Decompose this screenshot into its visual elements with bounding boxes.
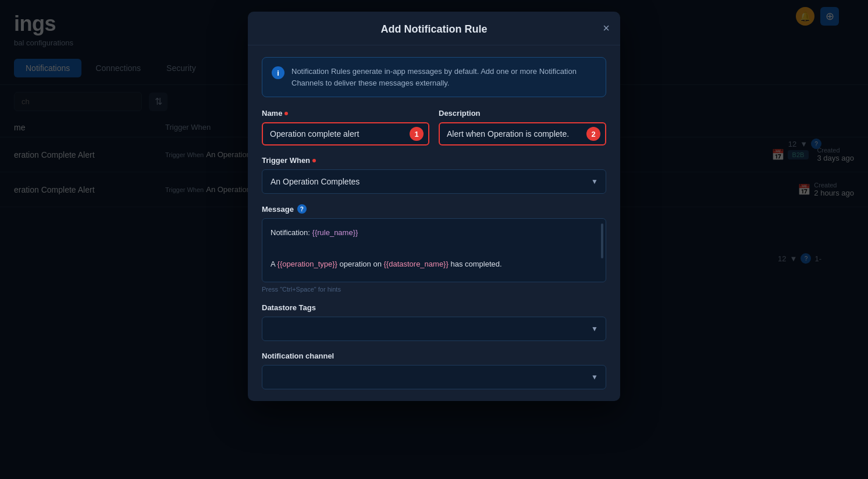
modal-title: Add Notification Rule <box>262 23 606 36</box>
step-2-badge: 2 <box>586 127 600 141</box>
message-group: Message ? Notification: {{rule_name}} A … <box>262 204 606 293</box>
msg-var-rule-name: {{rule_name}} <box>312 228 358 237</box>
message-line-1: Notification: {{rule_name}} <box>271 227 597 239</box>
modal-header: Add Notification Rule × <box>248 12 620 45</box>
trigger-select[interactable]: An Operation Completes An Operation Fail… <box>262 169 606 194</box>
message-hint: Press "Ctrl+Space" for hints <box>262 286 606 293</box>
datastore-tags-select-wrapper: ▼ <box>262 317 606 341</box>
message-line-2 <box>271 243 597 255</box>
message-textarea-wrapper: Notification: {{rule_name}} A {{operatio… <box>262 218 606 282</box>
scrollbar <box>601 223 603 258</box>
msg-var-ds-name: {{datastore_name}} <box>383 260 448 268</box>
name-description-row: Name 1 Description 2 <box>262 109 606 146</box>
trigger-when-group: Trigger When An Operation Completes An O… <box>262 156 606 194</box>
step-1-badge: 1 <box>410 127 424 141</box>
message-help-icon[interactable]: ? <box>297 204 307 214</box>
notification-channel-select[interactable] <box>262 365 606 389</box>
description-field-group: Description 2 <box>439 109 606 146</box>
close-button[interactable]: × <box>603 22 610 34</box>
info-banner: i Notification Rules generate in-app mes… <box>262 57 606 97</box>
msg-op-on: operation on <box>337 260 384 268</box>
notification-channel-label: Notification channel <box>262 352 606 360</box>
message-line-3: A {{operation_type}} operation on {{data… <box>271 258 597 271</box>
trigger-select-wrapper: An Operation Completes An Operation Fail… <box>262 169 606 194</box>
name-label: Name <box>262 109 429 118</box>
message-label: Message ? <box>262 204 606 214</box>
msg-prefix-1: Notification: <box>271 228 312 237</box>
modal-body: i Notification Rules generate in-app mes… <box>248 45 620 401</box>
msg-var-op-type: {{operation_type}} <box>278 260 337 268</box>
datastore-tags-label: Datastore Tags <box>262 303 606 312</box>
trigger-label: Trigger When <box>262 156 606 165</box>
trigger-required <box>312 159 316 162</box>
datastore-tags-select[interactable] <box>262 317 606 341</box>
add-notification-rule-modal: Add Notification Rule × i Notification R… <box>248 12 620 401</box>
description-input[interactable] <box>439 122 606 146</box>
notification-channel-group: Notification channel ▼ <box>262 352 606 389</box>
info-icon: i <box>272 66 284 79</box>
msg-has-completed: has completed. <box>449 260 502 268</box>
name-input-wrapper: 1 <box>262 122 429 146</box>
description-input-wrapper: 2 <box>439 122 606 146</box>
notification-channel-select-wrapper: ▼ <box>262 365 606 389</box>
message-content[interactable]: Notification: {{rule_name}} A {{operatio… <box>262 219 606 282</box>
name-input[interactable] <box>262 122 429 146</box>
datastore-tags-group: Datastore Tags ▼ <box>262 303 606 341</box>
description-label: Description <box>439 109 606 118</box>
name-field-group: Name 1 <box>262 109 429 146</box>
required-indicator <box>284 112 288 115</box>
info-text: Notification Rules generate in-app messa… <box>291 66 596 88</box>
modal-overlay: Add Notification Rule × i Notification R… <box>0 0 868 479</box>
msg-a: A <box>271 260 278 268</box>
